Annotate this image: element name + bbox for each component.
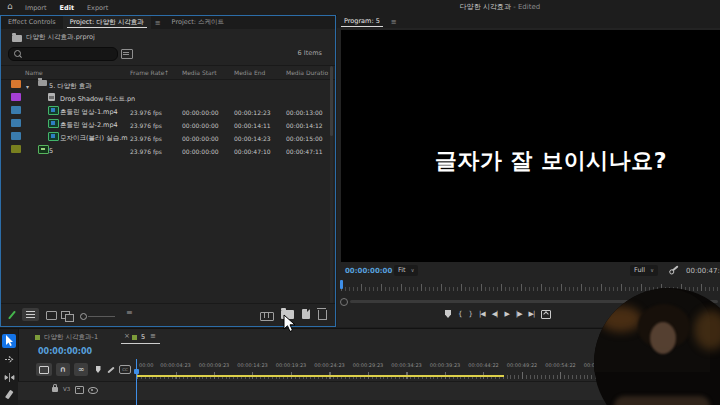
insert-as-nested-button[interactable] [36,363,52,376]
edited-suffix: - Edited [511,3,540,11]
search-icon [14,50,21,57]
filter-bin-icon[interactable] [121,49,133,59]
bin-row[interactable]: 모자이크(블러) 실습.m23.976 fps00:00:00:0000:00:… [1,132,335,145]
captions-icon[interactable]: CC [119,363,131,376]
item-name[interactable]: 흔들린 영상-1.mp4 [60,106,118,119]
menu-item-import[interactable]: Import [25,4,47,12]
selection-tool[interactable] [2,334,16,348]
media-end: 00:00:14:11 [234,119,271,132]
media-start: 00:00:00:00 [182,145,219,158]
track-label[interactable]: V3 [63,386,70,392]
frame-rate: 23.976 fps [130,145,162,158]
zoom-slider-track[interactable] [88,316,115,317]
razor-tool[interactable] [2,388,16,402]
timeline-timecode[interactable]: 00:00:00:00 [38,347,92,356]
freeform-view-button[interactable] [61,311,70,319]
panel-menu-icon[interactable]: ≡ [151,19,165,27]
tab-program[interactable]: Program: 5 [337,15,387,28]
timeline-playhead-head[interactable] [134,369,139,374]
bin-row[interactable]: Drop Shadow 테스트.pn [1,93,335,106]
media-end: 00:00:12:23 [234,106,271,119]
add-marker-icon[interactable] [93,363,103,376]
menu-item-edit[interactable]: Edit [60,4,74,12]
mark-out-button[interactable]: } [468,310,471,318]
tab-project-1[interactable]: Project: 다양한 시각효과 [63,16,151,29]
delete-button[interactable] [318,310,327,320]
label-swatch[interactable] [11,145,21,153]
person-arm [614,396,710,405]
snap-magnet-icon[interactable]: ∩ [56,363,70,376]
sync-lock-icon[interactable] [75,386,84,394]
label-swatch[interactable] [11,93,21,101]
item-name[interactable]: 흔들린 영상-2.mp4 [60,119,118,132]
close-icon[interactable]: × [124,332,130,340]
track-select-forward-tool[interactable] [2,352,16,366]
column-media-duration[interactable]: Media Duratio [286,69,328,76]
label-swatch[interactable] [11,80,21,88]
play-button[interactable]: ▶ [504,310,508,318]
icon-view-button[interactable] [46,311,57,320]
program-zoombar-handle[interactable] [340,298,348,306]
item-name[interactable]: 5 [49,145,53,158]
program-controls: 00:00:00:00 Fit∨ Full∨ 00:00:47:11 [337,264,720,278]
search-input[interactable] [8,47,118,61]
sort-ascending-icon[interactable]: ↑ [164,69,169,76]
timeline-playhead[interactable] [136,359,137,405]
column-media-start[interactable]: Media Start [182,69,217,76]
project-scrollbar-thumb[interactable] [330,66,333,136]
zoom-level-select[interactable]: Fit∨ [394,265,418,276]
tab-project-2[interactable]: Project: 스케이트 [165,16,232,29]
new-item-button[interactable] [302,309,310,319]
bin-row[interactable]: 흔들린 영상-1.mp423.976 fps00:00:00:0000:00:1… [1,106,335,119]
column-frame-rate[interactable]: Frame Rate [130,69,164,76]
sort-icons-button[interactable]: ≡ [126,308,133,317]
playback-resolution-select[interactable]: Full∨ [630,265,658,276]
tab-sequence-1[interactable]: 다양한 시각효과-1 [44,333,98,342]
step-forward-button[interactable]: |▶ [516,310,522,318]
ruler-label: 00:00:39:23 [430,362,461,368]
item-name[interactable]: 모자이크(블러) 실습.m [60,132,128,145]
program-timecode[interactable]: 00:00:00:00 [345,267,392,275]
item-name[interactable]: Drop Shadow 테스트.pn [60,93,135,106]
bin-row[interactable]: 흔들린 영상-2.mp423.976 fps00:00:00:0000:00:1… [1,119,335,132]
go-to-in-button[interactable]: |◀ [479,310,485,318]
writable-pen-icon [8,311,16,320]
navigate-up-icon[interactable] [12,35,22,42]
panel-menu-icon[interactable]: ≡ [150,332,156,340]
track-lock-icon[interactable] [52,387,58,392]
add-marker-button[interactable] [445,310,451,318]
menu-item-export[interactable]: Export [87,4,108,12]
column-name[interactable]: Name [25,69,43,76]
program-duration: 00:00:47:11 [686,267,720,275]
mark-in-button[interactable]: { [458,310,461,318]
zoom-slider-handle[interactable] [80,313,87,320]
step-back-button[interactable]: ◀| [492,310,498,318]
bin-row[interactable]: 523.976 fps00:00:00:0000:00:47:1000:00:4… [1,145,335,158]
timeline-settings-wrench-icon[interactable] [105,363,117,376]
program-playhead[interactable] [340,280,343,289]
linked-selection-icon[interactable]: ∞ [74,363,88,376]
panel-menu-icon[interactable]: ≡ [387,18,401,26]
tab-sequence-5[interactable]: 5 [141,333,145,341]
export-frame-button[interactable] [541,310,551,319]
go-to-out-button[interactable]: ▶| [529,310,535,318]
label-swatch[interactable] [11,132,21,140]
bin-row[interactable]: ▾5. 다양한 효과 [1,80,335,93]
ripple-edit-tool[interactable] [2,370,16,384]
label-swatch[interactable] [11,119,21,127]
item-name[interactable]: 5. 다양한 효과 [49,80,92,93]
list-view-button[interactable] [22,308,39,321]
label-swatch[interactable] [11,106,21,114]
media-duration: 00:00:15:00 [286,132,323,145]
automate-to-sequence-button[interactable] [260,312,274,321]
column-media-end[interactable]: Media End [234,69,265,76]
home-icon[interactable]: ⌂ [7,1,13,11]
toggle-track-output-icon[interactable] [88,387,98,394]
frame-rate: 23.976 fps [130,119,162,132]
chevron-down-icon[interactable]: ▾ [26,80,29,93]
ruler-label: 00:00 [139,362,153,368]
tab-effect-controls[interactable]: Effect Controls [1,16,63,29]
breadcrumb[interactable]: 다양한 시각효과.prproj [26,33,95,42]
ruler-label: 00:00:14:23 [237,362,268,368]
settings-wrench-icon[interactable] [670,265,678,272]
